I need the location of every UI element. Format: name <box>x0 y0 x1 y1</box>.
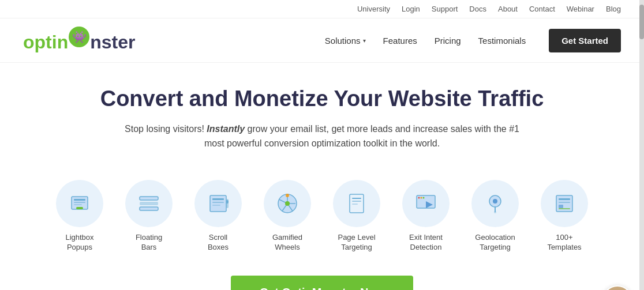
scrollbar-thumb[interactable] <box>639 5 644 39</box>
lightbox-popups-icon-circle <box>56 180 103 227</box>
icon-templates: 100+Templates <box>533 180 596 253</box>
hero-headline: Convert and Monetize Your Website Traffi… <box>23 86 621 112</box>
svg-rect-13 <box>226 200 229 204</box>
svg-rect-4 <box>76 207 83 209</box>
nav-solutions[interactable]: Solutions ▾ <box>325 36 366 46</box>
icon-geolocation-targeting: GeolocationTargeting <box>463 180 527 253</box>
geolocation-targeting-icon-circle <box>471 180 519 227</box>
topnav-contact[interactable]: Contact <box>529 5 555 13</box>
svg-rect-10 <box>212 202 224 203</box>
scroll-boxes-icon-circle <box>194 180 242 227</box>
floating-bars-icon-circle <box>125 180 173 227</box>
svg-point-15 <box>285 201 290 206</box>
icon-floating-bars: FloatingBars <box>117 180 181 253</box>
templates-icon-circle <box>541 180 588 227</box>
svg-rect-9 <box>212 198 224 200</box>
svg-rect-11 <box>212 205 220 206</box>
cta-section: Get OptinMonster Now <box>0 264 644 290</box>
logo: optinnster <box>23 28 135 53</box>
topnav-login[interactable]: Login <box>402 5 420 13</box>
svg-rect-33 <box>559 208 570 209</box>
floating-bars-label: FloatingBars <box>136 233 162 253</box>
exit-intent-detection-icon-circle <box>402 180 450 227</box>
svg-point-28 <box>494 211 496 213</box>
gamified-wheels-label: GamifiedWheels <box>272 233 302 253</box>
page-level-targeting-label: Page LevelTargeting <box>338 233 375 253</box>
lightbox-popups-label: LightboxPopups <box>65 233 93 253</box>
topnav-docs[interactable]: Docs <box>469 5 486 13</box>
exit-intent-detection-label: Exit IntentDetection <box>409 233 443 253</box>
icon-gamified-wheels: GamifiedWheels <box>256 180 319 253</box>
hero-subtext-before: Stop losing visitors! <box>125 124 207 134</box>
svg-rect-31 <box>559 202 570 203</box>
nav-pricing[interactable]: Pricing <box>435 36 461 46</box>
svg-rect-5 <box>140 197 158 200</box>
topnav-support[interactable]: Support <box>432 5 458 13</box>
topnav-blog[interactable]: Blog <box>606 5 621 13</box>
nav-testimonials[interactable]: Testimonials <box>478 36 526 46</box>
gamified-wheels-icon-circle <box>264 180 311 227</box>
svg-point-16 <box>286 194 289 197</box>
topnav-university[interactable]: University <box>357 5 390 13</box>
svg-point-23 <box>421 197 422 198</box>
svg-point-24 <box>423 197 425 198</box>
svg-rect-6 <box>140 202 158 205</box>
main-nav: optinnster Solutions ▾ Features Pricing … <box>0 18 644 63</box>
top-nav: University Login Support Docs About Cont… <box>0 0 644 18</box>
get-started-button[interactable]: Get Started <box>549 29 621 52</box>
hero-subtext-after: grow your email list, get more leads and… <box>204 124 519 149</box>
solutions-label: Solutions <box>325 36 361 46</box>
geolocation-targeting-label: GeolocationTargeting <box>475 233 515 253</box>
svg-rect-8 <box>210 195 226 212</box>
svg-rect-7 <box>140 207 158 210</box>
topnav-webinar[interactable]: Webinar <box>567 5 594 13</box>
icon-exit-intent-detection: Exit IntentDetection <box>394 180 458 253</box>
svg-rect-32 <box>559 205 563 208</box>
features-icons-row: LightboxPopups FloatingBars ScrollBoxes <box>0 163 644 264</box>
icon-page-level-targeting: Page LevelTargeting <box>325 180 388 253</box>
hero-subtext-italic: Instantly <box>207 124 245 134</box>
cta-button[interactable]: Get OptinMonster Now <box>231 276 414 290</box>
logo-icon <box>69 27 89 47</box>
svg-rect-2 <box>74 202 85 203</box>
hero-section: Convert and Monetize Your Website Traffi… <box>0 63 644 163</box>
svg-rect-1 <box>74 199 85 201</box>
svg-rect-30 <box>559 198 570 200</box>
svg-point-22 <box>418 197 420 198</box>
page-level-targeting-icon-circle <box>333 180 380 227</box>
nav-links: Solutions ▾ Features Pricing Testimonial… <box>325 29 621 52</box>
hero-subtext: Stop losing visitors! Instantly grow you… <box>120 122 524 151</box>
scroll-boxes-label: ScrollBoxes <box>208 233 229 253</box>
svg-rect-20 <box>352 204 358 205</box>
icon-scroll-boxes: ScrollBoxes <box>186 180 250 253</box>
icon-lightbox-popups: LightboxPopups <box>48 180 111 253</box>
logo-monster-text: nster <box>90 32 135 52</box>
solutions-chevron: ▾ <box>363 37 366 44</box>
svg-rect-18 <box>352 198 361 199</box>
logo-optin-text: optin <box>23 32 68 52</box>
svg-rect-19 <box>352 201 361 202</box>
nav-features[interactable]: Features <box>383 36 417 46</box>
svg-rect-3 <box>74 204 82 205</box>
svg-point-27 <box>493 199 497 204</box>
templates-label: 100+Templates <box>547 233 581 253</box>
topnav-about[interactable]: About <box>498 5 518 13</box>
